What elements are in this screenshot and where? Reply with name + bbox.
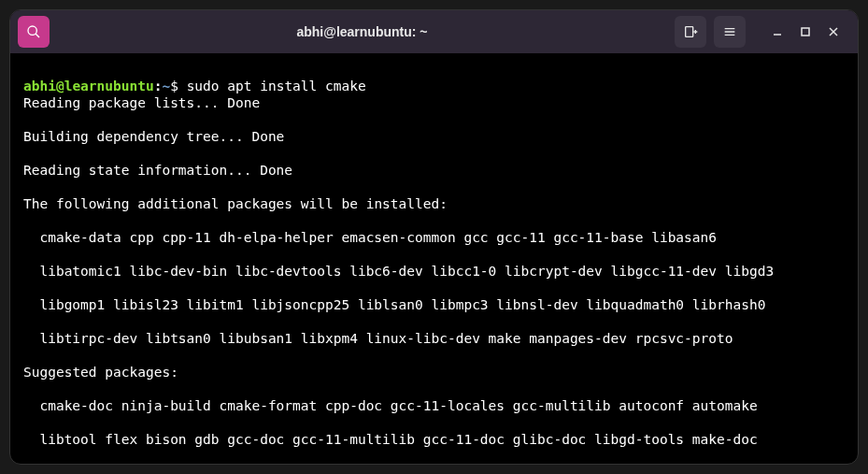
- close-icon: [828, 26, 839, 37]
- output-line: libtool flex bison gdb gcc-doc gcc-11-mu…: [23, 431, 845, 448]
- title-bar: abhi@learnubuntu: ~: [10, 10, 858, 53]
- output-line: Suggested packages:: [23, 364, 845, 381]
- terminal-content[interactable]: abhi@learnubuntu:~$ sudo apt install cma…: [10, 53, 858, 465]
- output-line: Reading state information... Done: [23, 162, 845, 179]
- output-line: Reading package lists... Done: [23, 94, 845, 111]
- svg-rect-9: [802, 28, 809, 36]
- menu-button[interactable]: [714, 16, 746, 48]
- prompt-path: ~: [162, 79, 170, 93]
- hamburger-icon: [722, 24, 737, 39]
- minimize-icon: [772, 26, 783, 37]
- new-tab-button[interactable]: [675, 16, 706, 48]
- output-line: libgomp1 libisl23 libitm1 libjsoncpp25 l…: [23, 296, 845, 313]
- output-line: Building dependency tree... Done: [23, 128, 845, 145]
- command-text: sudo apt install cmake: [187, 79, 366, 93]
- window-title: abhi@learnubuntu: ~: [57, 24, 667, 39]
- output-line: cmake-doc ninja-build cmake-format cpp-d…: [23, 397, 845, 414]
- output-line: libtirpc-dev libtsan0 libubsan1 libxpm4 …: [23, 330, 845, 347]
- maximize-button[interactable]: [798, 24, 813, 39]
- output-line: The following additional packages will b…: [23, 195, 845, 212]
- minimize-button[interactable]: [770, 24, 785, 39]
- window-controls: [770, 24, 841, 39]
- close-button[interactable]: [826, 24, 841, 39]
- maximize-icon: [800, 26, 811, 37]
- search-icon: [26, 24, 41, 39]
- svg-point-0: [28, 26, 36, 35]
- terminal-window: abhi@learnubuntu: ~ abhi@learnubuntu:~$ …: [9, 9, 859, 465]
- svg-line-1: [36, 34, 39, 37]
- svg-rect-2: [686, 27, 693, 37]
- output-line: libatomic1 libc-dev-bin libc-devtools li…: [23, 263, 845, 280]
- prompt-dollar: $: [170, 79, 178, 93]
- search-button[interactable]: [18, 16, 50, 48]
- prompt-user-host: abhi@learnubuntu: [23, 79, 154, 93]
- new-tab-icon: [683, 24, 698, 39]
- output-line: cmake-data cpp cpp-11 dh-elpa-helper ema…: [23, 229, 845, 246]
